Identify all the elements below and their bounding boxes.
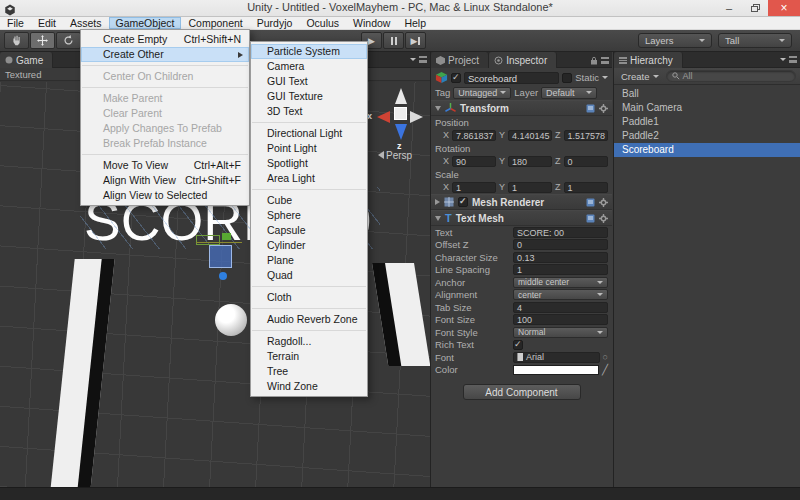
add-component-button[interactable]: Add Component [463, 384, 581, 400]
gear-icon[interactable] [599, 214, 608, 223]
submenu-item-camera[interactable]: Camera [251, 59, 367, 74]
hierarchy-item-scoreboard[interactable]: Scoreboard [614, 143, 800, 157]
menu-item-move-to-view[interactable]: Move To ViewCtrl+Alt+F [81, 158, 249, 173]
help-book-icon[interactable] [586, 104, 595, 113]
tab-project[interactable]: Project [431, 52, 489, 68]
static-dropdown-icon[interactable] [602, 76, 608, 79]
submenu-item-area-light[interactable]: Area Light [251, 171, 367, 186]
lock-icon[interactable] [590, 56, 598, 65]
help-book-icon[interactable] [586, 214, 595, 223]
scale-x-field[interactable]: 1 [452, 182, 496, 193]
hierarchy-item-paddle1[interactable]: Paddle1 [614, 115, 800, 129]
submenu-item-audio-reverb-zone[interactable]: Audio Reverb Zone [251, 312, 367, 327]
gizmo-x-axis-cone-icon[interactable] [377, 111, 390, 123]
hierarchy-item-main-camera[interactable]: Main Camera [614, 101, 800, 115]
step-button[interactable]: ▶ [405, 32, 426, 49]
line-spacing-field[interactable]: 1 [513, 264, 608, 275]
mesh-renderer-component-header[interactable]: Mesh Renderer [431, 194, 612, 210]
minimize-button[interactable]: – [716, 0, 742, 16]
menu-item-create-empty[interactable]: Create EmptyCtrl+Shift+N [81, 32, 249, 47]
submenu-item-capsule[interactable]: Capsule [251, 223, 367, 238]
submenu-item-point-light[interactable]: Point Light [251, 141, 367, 156]
menu-item-break-prefab-instance[interactable]: Break Prefab Instance [81, 136, 249, 151]
position-y-field[interactable]: 4.140145 [508, 130, 552, 141]
menu-item-make-parent[interactable]: Make Parent [81, 91, 249, 106]
layer-dropdown[interactable]: Default [541, 87, 597, 99]
tab-game[interactable]: Game [0, 52, 53, 68]
tab-options-chevron-icon[interactable] [780, 58, 786, 61]
scale-z-field[interactable]: 1 [564, 182, 608, 193]
move-gizmo-plane-handle[interactable] [209, 245, 232, 268]
color-swatch[interactable] [513, 365, 599, 375]
object-name-field[interactable]: Scoreboard [464, 72, 559, 84]
help-book-icon[interactable] [586, 198, 595, 207]
font-size-field[interactable]: 100 [513, 314, 608, 325]
submenu-item-plane[interactable]: Plane [251, 253, 367, 268]
tab-size-field[interactable]: 4 [513, 302, 608, 313]
gear-icon[interactable] [599, 104, 608, 113]
menu-item-align-with-view[interactable]: Align With ViewCtrl+Shift+F [81, 173, 249, 188]
ball-object[interactable] [215, 304, 247, 336]
panel-menu-icon[interactable] [789, 56, 797, 63]
gizmo-right-axis-cone-icon[interactable] [410, 111, 423, 123]
submenu-item-cloth[interactable]: Cloth [251, 290, 367, 305]
rotation-z-field[interactable]: 0 [564, 156, 608, 167]
create-button[interactable]: Create [618, 71, 662, 82]
object-picker-icon[interactable]: ○ [603, 352, 608, 362]
offset-z-field[interactable]: 0 [513, 239, 608, 250]
hierarchy-search-input[interactable]: All [666, 70, 796, 82]
alignment-dropdown[interactable]: center [513, 289, 608, 300]
paddle1-object[interactable] [50, 259, 115, 487]
submenu-item-spotlight[interactable]: Spotlight [251, 156, 367, 171]
menu-item-center-on-children[interactable]: Center On Children [81, 69, 249, 84]
submenu-item-gui-texture[interactable]: GUI Texture [251, 89, 367, 104]
menu-edit[interactable]: Edit [31, 17, 63, 29]
move-gizmo-point-handle[interactable] [219, 272, 227, 280]
menu-assets[interactable]: Assets [63, 17, 109, 29]
submenu-item-gui-text[interactable]: GUI Text [251, 74, 367, 89]
panel-menu-icon[interactable] [601, 57, 609, 64]
submenu-item-tree[interactable]: Tree [251, 364, 367, 379]
submenu-item-particle-system[interactable]: Particle System [251, 44, 367, 59]
font-object-field[interactable]: Arial [513, 352, 600, 363]
perspective-toggle[interactable]: Persp [378, 150, 412, 161]
move-tool-button[interactable] [30, 32, 55, 49]
pan-tool-button[interactable] [4, 32, 29, 49]
submenu-item-sphere[interactable]: Sphere [251, 208, 367, 223]
layers-dropdown[interactable]: Layers [638, 33, 712, 48]
position-z-field[interactable]: 1.517578 [564, 130, 608, 141]
render-mode-dropdown[interactable]: Textured [5, 69, 41, 80]
submenu-item-terrain[interactable]: Terrain [251, 349, 367, 364]
menu-item-align-view-to-selected[interactable]: Align View to Selected [81, 188, 249, 203]
submenu-item-cylinder[interactable]: Cylinder [251, 238, 367, 253]
restore-button[interactable] [742, 0, 768, 16]
tab-options-chevron-icon[interactable] [410, 58, 416, 61]
gizmo-z-axis-cone-icon[interactable] [395, 124, 407, 140]
rotation-x-field[interactable]: 90 [452, 156, 496, 167]
scale-y-field[interactable]: 1 [508, 182, 552, 193]
menu-gameobject[interactable]: GameObject [109, 17, 182, 29]
move-gizmo-green-handle[interactable] [222, 233, 231, 240]
rotate-tool-button[interactable] [56, 32, 81, 49]
mesh-renderer-enabled-checkbox[interactable] [458, 197, 468, 207]
transform-component-header[interactable]: Transform [431, 100, 612, 116]
foldout-closed-icon[interactable] [435, 199, 440, 205]
tab-hierarchy[interactable]: Hierarchy [614, 52, 683, 68]
submenu-item-cube[interactable]: Cube [251, 193, 367, 208]
submenu-item-directional-light[interactable]: Directional Light [251, 126, 367, 141]
submenu-item-wind-zone[interactable]: Wind Zone [251, 379, 367, 394]
menu-item-create-other[interactable]: Create Other [81, 47, 249, 62]
gizmo-y-axis-cone-icon[interactable] [395, 88, 407, 104]
rich-text-checkbox[interactable] [513, 340, 523, 350]
layout-dropdown[interactable]: Tall [718, 33, 792, 48]
menu-purdyjo[interactable]: Purdyjo [250, 17, 300, 29]
position-x-field[interactable]: 7.861837 [452, 130, 496, 141]
pause-button[interactable] [383, 32, 404, 49]
rotation-y-field[interactable]: 180 [508, 156, 552, 167]
foldout-open-icon[interactable] [435, 216, 441, 221]
anchor-dropdown[interactable]: middle center [513, 277, 608, 288]
menu-file[interactable]: File [0, 17, 31, 29]
eyedropper-icon[interactable]: ╱ [602, 364, 608, 375]
text-mesh-component-header[interactable]: T Text Mesh [431, 210, 612, 226]
foldout-open-icon[interactable] [435, 106, 441, 111]
